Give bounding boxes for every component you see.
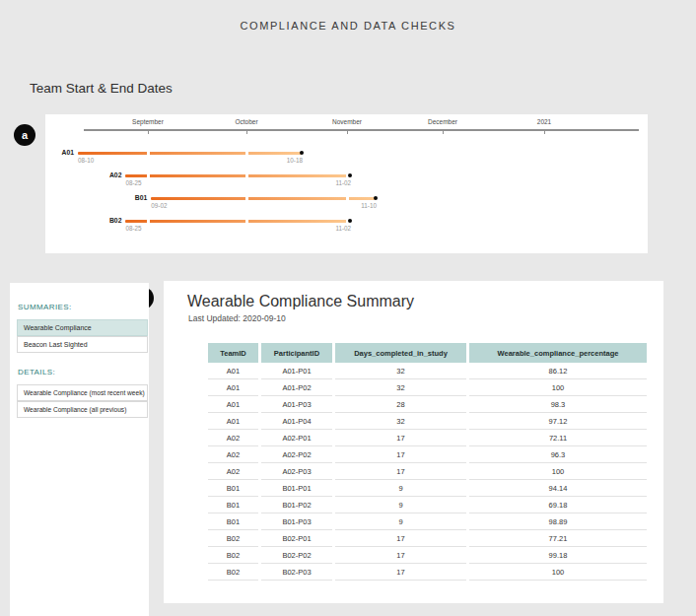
timeline-chart: SeptemberOctoberNovemberDecember2021 A01… [45, 114, 648, 253]
table-cell: A01 [208, 379, 258, 396]
sidebar: SUMMARIES: Wearable ComplianceBeacon Las… [10, 283, 149, 616]
detail-button-wearable-compliance-most-recent-week[interactable]: Wearable Compliance (most recent week) [17, 384, 148, 401]
timeline-bar-month-gap [245, 219, 248, 224]
timeline-end-date-a02: 11-02 [323, 179, 363, 186]
table-cell: 86.12 [469, 363, 647, 379]
table-cell: A01 [208, 413, 258, 430]
table-cell: B02 [208, 547, 258, 564]
table-cell: 17 [335, 463, 466, 480]
table-cell: 17 [335, 564, 466, 581]
timeline-end-date-a01: 10-18 [275, 157, 314, 164]
main-panel: Wearable Compliance Summary Last Updated… [164, 281, 663, 603]
timeline-start-date-a01: 08-10 [78, 157, 94, 164]
table-cell: B01-P02 [261, 497, 332, 513]
table-cell: A02-P03 [261, 463, 332, 480]
col-header-participantid: ParticipantID [261, 343, 332, 363]
table-row: B01B01-P01994.14 [208, 480, 647, 497]
timeline-end-date-b01: 11-10 [349, 202, 388, 209]
table-cell: 77.21 [469, 530, 647, 547]
table-row: A01A01-P032898.3 [208, 396, 647, 413]
annotation-badge-a: a [14, 124, 35, 146]
axis-tick-mark [443, 129, 444, 134]
axis-label-december: December [408, 118, 477, 125]
table-cell: A01 [208, 396, 258, 413]
table-cell: 17 [335, 547, 466, 564]
table-cell: B02-P01 [261, 530, 332, 547]
app-root: COMPLIANCE AND DATA CHECKS Team Start & … [0, 0, 696, 616]
table-cell: 100 [469, 564, 647, 581]
table-cell: 96.3 [469, 446, 647, 463]
table-cell: 32 [335, 363, 466, 379]
table-cell: 32 [335, 413, 466, 430]
table-cell: A02-P02 [261, 446, 332, 463]
detail-button-wearable-compliance-all-previous[interactable]: Wearable Compliance (all previous) [17, 401, 148, 418]
axis-label-november: November [313, 118, 382, 125]
sidebar-details-heading: DETAILS: [18, 368, 55, 376]
table-row: A01A01-P043297.12 [208, 413, 647, 430]
summary-button-beacon-last-sighted[interactable]: Beacon Last Sighted [17, 336, 148, 353]
axis-label-september: September [113, 118, 182, 125]
table-row: A02A02-P0317100 [208, 463, 647, 480]
table-cell: B02-P03 [261, 564, 332, 581]
timeline-bar-a02 [125, 174, 350, 177]
timeline-bar-month-gap [147, 219, 150, 224]
col-header-days-completed-in-study: Days_completed_in_study [335, 343, 466, 363]
table-cell: A01-P03 [261, 396, 332, 413]
timeline-bar-month-gap [245, 173, 248, 178]
table-cell: 69.18 [469, 497, 647, 513]
table-cell: A02 [208, 463, 258, 480]
timeline-team-label-a02: A02 [102, 171, 121, 178]
table-row: A02A02-P021796.3 [208, 446, 647, 463]
timeline-axis-line [84, 129, 639, 131]
timeline-start-date-a02: 08-25 [125, 179, 141, 186]
timeline-start-date-b01: 09-02 [151, 202, 167, 209]
table-cell: 17 [335, 530, 466, 547]
table-header-row: TeamIDParticipantIDDays_completed_in_stu… [208, 343, 647, 363]
table-cell: B01 [208, 480, 258, 497]
table-cell: A01-P04 [261, 413, 332, 430]
table-cell: 9 [335, 480, 466, 497]
table-cell: 94.14 [469, 480, 647, 497]
sidebar-summaries-heading: SUMMARIES: [18, 303, 72, 311]
axis-tick-mark [148, 129, 149, 134]
timeline-end-dot-b02 [348, 219, 352, 223]
timeline-bar-month-gap [245, 151, 248, 156]
compliance-summary-table: TeamIDParticipantIDDays_completed_in_stu… [205, 343, 650, 581]
table-cell: 28 [335, 396, 466, 413]
table-cell: 72.11 [469, 430, 647, 446]
table-row: B02B02-P021799.18 [208, 547, 647, 564]
page-title: COMPLIANCE AND DATA CHECKS [0, 20, 696, 32]
timeline-team-label-a01: A01 [54, 149, 74, 156]
timeline-team-label-b02: B02 [102, 217, 121, 224]
axis-tick-mark [246, 129, 247, 134]
table-cell: B02-P02 [261, 547, 332, 564]
col-header-teamid: TeamID [208, 343, 258, 363]
table-row: A01A01-P013286.12 [208, 363, 647, 379]
timeline-bar-a01 [78, 152, 302, 155]
timeline-end-dot-a02 [348, 173, 352, 177]
table-cell: 100 [469, 379, 647, 396]
table-cell: 17 [335, 430, 466, 446]
table-row: A01A01-P0232100 [208, 379, 647, 396]
table-cell: 32 [335, 379, 466, 396]
table-cell: A01-P01 [261, 363, 332, 379]
axis-tick-mark [544, 129, 545, 134]
table-cell: B01 [208, 513, 258, 530]
table-cell: A02-P01 [261, 430, 332, 446]
table-cell: 98.89 [469, 513, 647, 530]
timeline-end-dot-b01 [374, 196, 378, 200]
axis-label-october: October [212, 118, 281, 125]
table-cell: 98.3 [469, 396, 647, 413]
summary-button-wearable-compliance[interactable]: Wearable Compliance [17, 319, 148, 336]
table-cell: 9 [335, 513, 466, 530]
timeline-bar-month-gap [245, 196, 248, 201]
table-cell: A01-P02 [261, 379, 332, 396]
timeline-bar-month-gap [147, 173, 150, 178]
table-row: A02A02-P011772.11 [208, 430, 647, 446]
table-cell: B01-P03 [261, 513, 332, 530]
timeline-bar-month-gap [147, 151, 150, 156]
table-cell: B01-P01 [261, 480, 332, 497]
timeline-end-dot-a01 [300, 151, 304, 155]
table-cell: 17 [335, 446, 466, 463]
table-cell: B02 [208, 530, 258, 547]
